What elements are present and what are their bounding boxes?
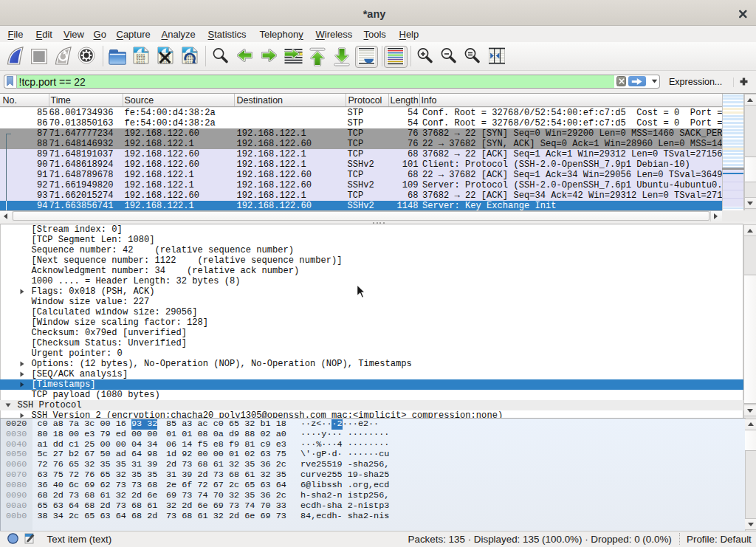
svg-text:0111: 0111 xyxy=(137,61,145,65)
svg-text:0111: 0111 xyxy=(185,61,194,65)
